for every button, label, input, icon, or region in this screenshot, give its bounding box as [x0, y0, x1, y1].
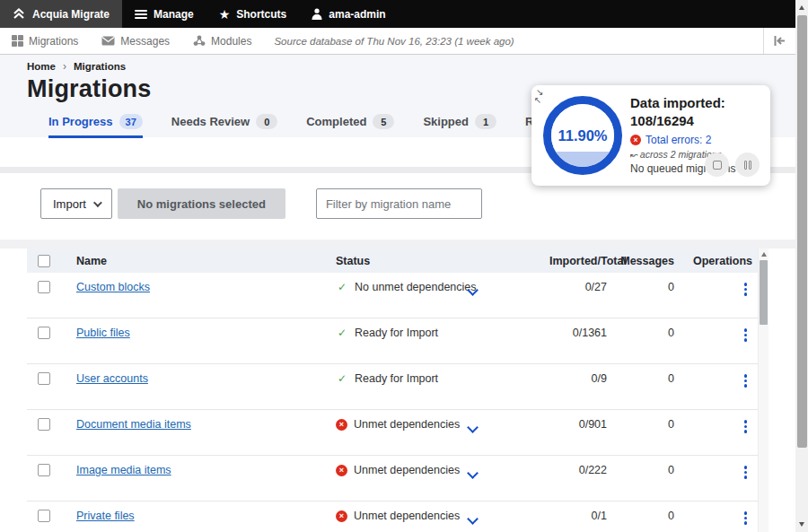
wave-arrow-icon: ↜ [630, 149, 638, 160]
messages-count: 0 [607, 372, 679, 385]
kebab-menu-icon[interactable] [739, 372, 753, 389]
no-migrations-selected-button[interactable]: No migrations selected [118, 188, 285, 219]
migration-filter-input[interactable] [316, 188, 482, 219]
grid-icon [12, 35, 23, 47]
toolbar-item-acquia-migrate[interactable]: Acquia Migrate [0, 0, 122, 28]
status-text: Unmet dependencies [354, 510, 460, 522]
tab-count-badge: 1 [475, 114, 496, 129]
row-checkbox[interactable] [38, 464, 50, 476]
toolbar-item-manage[interactable]: Manage [122, 0, 206, 28]
column-header-status: Status [336, 255, 549, 267]
window-scrollbar[interactable] [795, 0, 808, 532]
error-icon [630, 135, 641, 145]
progress-ring: 11.90% [543, 96, 622, 175]
secondary-toolbar: Migrations Messages Modules Source datab… [0, 28, 795, 55]
spacer [0, 240, 795, 249]
status-text: Unmet dependencies [354, 464, 460, 476]
collapse-card-icon[interactable]: ↘↖ [536, 88, 543, 104]
imported-total: 0/222 [549, 464, 607, 476]
messages-count: 0 [607, 327, 679, 339]
migration-link[interactable]: Image media items [76, 464, 171, 476]
imported-total: 0/27 [549, 281, 607, 293]
messages-count: 0 [607, 418, 679, 431]
collapse-toolbar-button[interactable] [763, 28, 795, 54]
scroll-up-arrow-icon[interactable] [799, 5, 804, 10]
row-checkbox[interactable] [38, 372, 50, 385]
kebab-menu-icon[interactable] [739, 510, 753, 527]
scroll-down-arrow-icon[interactable] [799, 522, 804, 527]
chevron-down-icon[interactable] [467, 467, 479, 479]
status-error-icon [336, 419, 347, 431]
messages-count: 0 [607, 464, 679, 476]
person-icon [312, 8, 322, 20]
migration-link[interactable]: Public files [76, 327, 130, 339]
toolbar-item-modules[interactable]: Modules [181, 28, 263, 54]
chevron-down-icon[interactable] [467, 422, 479, 433]
breadcrumb-separator: › [63, 60, 66, 73]
chevron-down-icon [93, 198, 102, 207]
toolbar-item-user[interactable]: ama-admin [299, 0, 398, 28]
table-row: Document media items Unmet dependencies … [27, 410, 760, 456]
import-dropdown-button[interactable]: Import [40, 188, 112, 219]
envelope-icon [101, 36, 115, 46]
stop-button[interactable] [705, 153, 729, 177]
star-icon: ★ [219, 8, 231, 21]
status-text: Ready for Import [355, 327, 438, 339]
imported-total: 0/1361 [549, 327, 607, 339]
tab-needs-review[interactable]: Needs Review 0 [171, 114, 277, 138]
status-error-icon [336, 510, 347, 522]
kebab-menu-icon[interactable] [739, 464, 753, 481]
toolbar-item-messages[interactable]: Messages [90, 28, 181, 54]
select-all-checkbox[interactable] [38, 255, 50, 267]
stop-icon [713, 161, 722, 170]
scroll-up-arrow-icon[interactable] [761, 252, 767, 257]
breadcrumb-current: Migrations [74, 61, 126, 72]
total-errors-link[interactable]: Total errors: 2 [646, 134, 711, 146]
status-ok-icon [336, 281, 348, 293]
pause-button[interactable] [735, 153, 760, 177]
column-header-messages: Messages [607, 255, 679, 267]
status-error-icon [336, 465, 347, 476]
data-imported-value: 108/16294 [630, 112, 765, 130]
chevron-down-icon[interactable] [467, 513, 479, 525]
tab-skipped[interactable]: Skipped 1 [423, 114, 496, 138]
migration-link[interactable]: Custom blocks [76, 281, 150, 293]
messages-count: 0 [607, 281, 679, 293]
imported-total: 0/901 [549, 418, 607, 431]
messages-count: 0 [607, 510, 679, 522]
breadcrumb-home[interactable]: Home [27, 61, 56, 72]
menu-icon [135, 10, 147, 19]
imported-total: 0/9 [549, 372, 607, 385]
migration-link[interactable]: Private files [76, 510, 135, 522]
kebab-menu-icon[interactable] [739, 418, 753, 435]
kebab-menu-icon[interactable] [739, 281, 753, 298]
migration-link[interactable]: Document media items [76, 418, 191, 431]
table-row: Private files Unmet dependencies 0/1 0 [27, 501, 760, 532]
tab-in-progress[interactable]: In Progress 37 [48, 114, 143, 138]
app-window: Acquia Migrate Manage ★ Shortcuts ama-ad… [0, 0, 808, 532]
table-header-row: Name Status Imported/Total Messages Oper… [27, 249, 760, 273]
toolbar-item-migrations[interactable]: Migrations [0, 28, 90, 54]
table-row: Custom blocks No unmet dependencies 0/27… [27, 273, 760, 318]
kebab-menu-icon[interactable] [739, 327, 753, 344]
breadcrumb: Home › Migrations [27, 60, 795, 73]
source-database-note: Source database of Thu Nov 16, 23:23 (1 … [274, 36, 763, 47]
status-text: Ready for Import [355, 372, 438, 385]
row-checkbox[interactable] [38, 418, 50, 431]
modules-icon [193, 35, 206, 47]
scrollbar-thumb[interactable] [760, 260, 768, 325]
row-checkbox[interactable] [38, 327, 50, 339]
progress-percent: 11.90% [558, 127, 607, 144]
row-checkbox[interactable] [38, 510, 50, 522]
tab-count-badge: 0 [256, 114, 277, 129]
toolbar-item-shortcuts[interactable]: ★ Shortcuts [206, 0, 300, 28]
scrollbar-thumb[interactable] [797, 15, 807, 448]
status-text: Unmet dependencies [354, 418, 460, 431]
row-checkbox[interactable] [38, 281, 50, 293]
tab-completed[interactable]: Completed 5 [306, 114, 394, 138]
table-row: User accounts Ready for Import 0/9 0 [27, 364, 760, 410]
table-scrollbar[interactable] [758, 249, 768, 532]
double-chevron-up-icon [13, 8, 25, 20]
migration-link[interactable]: User accounts [76, 372, 148, 385]
tab-count-badge: 5 [373, 114, 394, 129]
